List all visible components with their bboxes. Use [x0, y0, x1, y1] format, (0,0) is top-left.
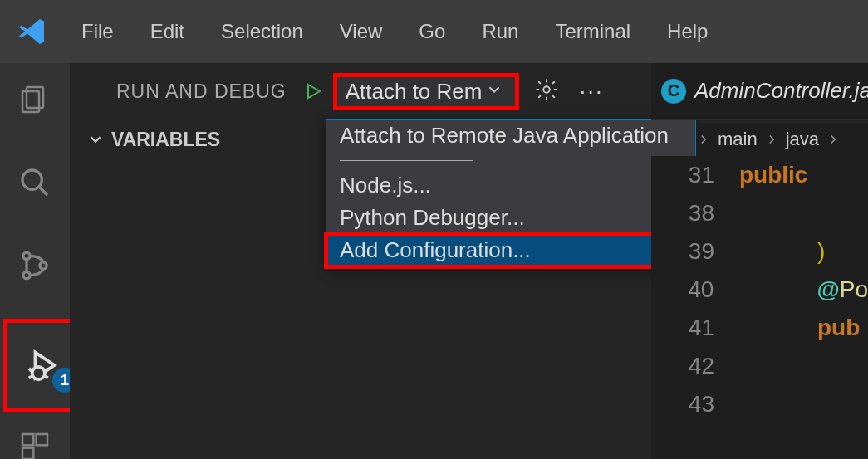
- code-text: @Po: [738, 276, 868, 303]
- chevron-down-icon: [86, 130, 105, 149]
- svg-point-2: [22, 170, 42, 189]
- code-line: 43: [651, 385, 868, 423]
- breadcrumb-seg-java: java: [786, 129, 819, 150]
- debug-config-dropdown[interactable]: Attach to Rem: [333, 73, 520, 110]
- menu-bar: File Edit Selection View Go Run Terminal…: [0, 0, 868, 63]
- chevron-right-icon: [696, 132, 711, 147]
- dropdown-option-add-configuration[interactable]: Add Configuration...: [326, 234, 695, 266]
- svg-line-11: [45, 376, 48, 378]
- extensions-icon[interactable]: [18, 430, 51, 459]
- chevron-right-icon: [764, 132, 779, 147]
- svg-line-10: [45, 369, 48, 372]
- svg-rect-12: [22, 434, 33, 445]
- line-number: 42: [651, 353, 739, 379]
- editor-tab-admincontroller[interactable]: C AdminController.ja: [661, 78, 868, 104]
- code-line: 31 public: [651, 156, 868, 194]
- dropdown-option-nodejs[interactable]: Node.js...: [326, 169, 695, 202]
- debug-config-selected-label: Attach to Rem: [346, 79, 483, 105]
- line-number: 39: [651, 238, 739, 265]
- code-text: ): [739, 238, 825, 265]
- menu-items: File Edit Selection View Go Run Terminal…: [63, 20, 726, 43]
- svg-point-4: [23, 252, 30, 259]
- start-debug-button[interactable]: [298, 78, 328, 105]
- svg-rect-13: [37, 434, 47, 445]
- source-control-icon[interactable]: [18, 249, 51, 282]
- java-file-icon: C: [661, 79, 686, 104]
- svg-line-8: [29, 369, 32, 372]
- menu-help[interactable]: Help: [649, 20, 726, 43]
- svg-point-7: [32, 367, 45, 379]
- explorer-icon[interactable]: [18, 83, 51, 116]
- code-line: 39 ): [651, 232, 868, 271]
- svg-point-5: [23, 272, 30, 279]
- dropdown-option-python-debugger[interactable]: Python Debugger...: [326, 202, 695, 234]
- gear-icon[interactable]: [534, 77, 559, 105]
- more-actions-icon[interactable]: ···: [579, 78, 603, 105]
- editor-breadcrumb[interactable]: main java: [696, 123, 868, 156]
- run-debug-header: RUN AND DEBUG Attach to Rem ···: [70, 63, 651, 120]
- svg-rect-14: [22, 448, 33, 459]
- line-number: 41: [651, 315, 739, 341]
- code-line: 40 @Po: [651, 271, 868, 309]
- code-line: 42: [651, 347, 868, 385]
- dropdown-divider: [340, 160, 473, 161]
- dropdown-option-attach-remote-java[interactable]: Attach to Remote Java Application: [326, 120, 695, 152]
- menu-selection[interactable]: Selection: [203, 20, 321, 43]
- line-number: 40: [651, 276, 738, 303]
- run-debug-title: RUN AND DEBUG: [116, 81, 287, 103]
- variables-label: VARIABLES: [111, 129, 220, 151]
- code-text: public: [739, 162, 807, 188]
- chevron-right-icon: [826, 132, 841, 147]
- vscode-logo: [15, 15, 63, 48]
- editor-tabs: C AdminController.ja: [651, 63, 868, 120]
- editor-tab-label: AdminController.ja: [694, 78, 868, 104]
- code-editor[interactable]: 31 public 38 39 ) 40 @Po 41 pub 42 43: [651, 156, 868, 459]
- search-icon[interactable]: [18, 166, 51, 199]
- config-dropdown-menu: Attach to Remote Java Application Node.j…: [326, 119, 696, 267]
- code-line: 41 pub: [651, 309, 868, 347]
- menu-go[interactable]: Go: [400, 20, 463, 43]
- svg-point-6: [40, 262, 47, 269]
- breadcrumb-seg-main: main: [718, 129, 758, 150]
- svg-line-9: [29, 376, 32, 378]
- line-number: 31: [651, 162, 739, 188]
- line-number: 43: [651, 391, 739, 417]
- menu-edit[interactable]: Edit: [132, 20, 203, 43]
- code-text: pub: [739, 315, 860, 341]
- menu-view[interactable]: View: [321, 20, 401, 43]
- chevron-down-icon: [485, 81, 503, 102]
- menu-run[interactable]: Run: [463, 20, 537, 43]
- menu-file[interactable]: File: [63, 20, 132, 43]
- svg-point-15: [544, 86, 551, 93]
- menu-terminal[interactable]: Terminal: [537, 20, 649, 43]
- code-line: 38: [651, 194, 868, 232]
- line-number: 38: [651, 200, 739, 227]
- svg-line-3: [39, 187, 47, 195]
